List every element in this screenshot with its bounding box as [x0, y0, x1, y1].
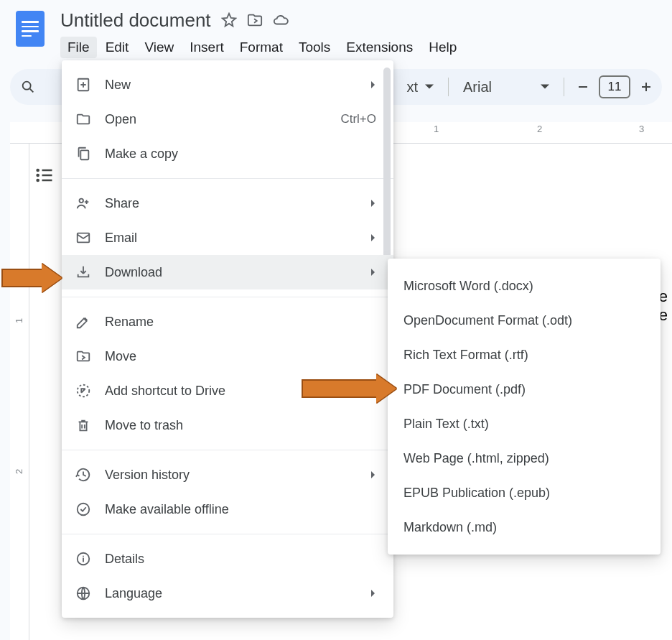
- menubar-item-tools[interactable]: Tools: [291, 37, 337, 58]
- menu-item-label: Details: [105, 552, 376, 567]
- svg-point-1: [36, 169, 39, 172]
- file-menu-item-new[interactable]: New: [62, 68, 393, 102]
- file-menu-item-make-a-copy[interactable]: Make a copy: [62, 136, 393, 171]
- annotation-arrow: [1, 269, 45, 287]
- download-icon: [75, 264, 92, 281]
- menubar-item-file[interactable]: File: [60, 37, 97, 58]
- submenu-arrow-icon: [370, 198, 376, 209]
- file-menu-item-share[interactable]: Share: [62, 186, 393, 221]
- download-submenu: Microsoft Word (.docx)OpenDocument Forma…: [388, 259, 661, 555]
- menu-item-label: Download: [105, 265, 352, 280]
- download-option-microsoft-word-docx[interactable]: Microsoft Word (.docx): [388, 269, 661, 303]
- file-menu-item-move-to-trash[interactable]: Move to trash: [62, 408, 393, 442]
- submenu-arrow-icon: [370, 470, 376, 481]
- svg-point-0: [23, 82, 31, 90]
- title-area: Untitled document FileEditViewInsertForm…: [47, 7, 464, 60]
- ruler-tick-label: 3: [639, 124, 644, 134]
- file-menu-item-open[interactable]: OpenCtrl+O: [62, 102, 393, 136]
- divider: [448, 78, 449, 96]
- outline-icon[interactable]: [32, 162, 57, 188]
- font-size-increase[interactable]: [635, 74, 658, 100]
- svg-point-6: [80, 199, 84, 203]
- new-icon: [75, 76, 92, 93]
- font-family-dropdown[interactable]: Arial: [456, 79, 556, 96]
- move-to-folder-icon[interactable]: [247, 12, 263, 28]
- menubar-item-format[interactable]: Format: [233, 37, 290, 58]
- menu-item-label: Make available offline: [105, 502, 376, 517]
- ruler-tick-label: 1: [434, 124, 439, 134]
- document-title[interactable]: Untitled document: [60, 9, 211, 32]
- shortcut-icon: [75, 382, 92, 399]
- svg-point-3: [36, 179, 39, 182]
- font-label: Arial: [463, 79, 492, 96]
- ruler-tick-label: 2: [537, 124, 542, 134]
- history-icon: [75, 466, 92, 483]
- font-size-decrease[interactable]: [571, 74, 594, 100]
- menubar-item-view[interactable]: View: [137, 37, 181, 58]
- font-size-input[interactable]: 11: [599, 75, 630, 98]
- offline-icon: [75, 501, 92, 518]
- annotation-arrow: [302, 379, 379, 398]
- move-icon: [75, 348, 92, 365]
- rename-icon: [75, 313, 92, 330]
- menu-item-label: Rename: [105, 315, 376, 330]
- download-option-markdown-md[interactable]: Markdown (.md): [388, 510, 661, 544]
- menubar: FileEditViewInsertFormatToolsExtensionsH…: [60, 34, 464, 60]
- menu-item-label: Language: [105, 586, 352, 601]
- file-menu: NewOpenCtrl+OMake a copyShareEmailDownlo…: [62, 60, 393, 618]
- menu-divider: [62, 297, 393, 297]
- submenu-arrow-icon: [370, 80, 376, 91]
- download-option-plain-text-txt[interactable]: Plain Text (.txt): [388, 407, 661, 441]
- file-menu-item-rename[interactable]: Rename: [62, 305, 393, 339]
- menu-item-label: Move to trash: [105, 418, 376, 433]
- menu-item-shortcut: Ctrl+O: [340, 112, 376, 126]
- menu-divider: [62, 450, 393, 450]
- share-icon: [75, 195, 92, 212]
- submenu-arrow-icon: [370, 267, 376, 278]
- menu-item-label: Share: [105, 196, 352, 211]
- download-option-rich-text-format-rtf[interactable]: Rich Text Format (.rtf): [388, 338, 661, 372]
- vruler-label: 2: [14, 469, 24, 474]
- menubar-item-extensions[interactable]: Extensions: [339, 37, 420, 58]
- email-icon: [75, 229, 92, 246]
- chevron-down-icon: [425, 83, 434, 91]
- file-menu-item-download[interactable]: Download: [62, 255, 393, 289]
- menu-item-label: Version history: [105, 468, 352, 483]
- download-option-epub-publication-epub[interactable]: EPUB Publication (.epub): [388, 476, 661, 510]
- file-menu-item-make-available-offline[interactable]: Make available offline: [62, 492, 393, 527]
- vertical-ruler: 1 2: [10, 144, 29, 640]
- divider: [564, 78, 564, 96]
- file-menu-item-details[interactable]: Details: [62, 542, 393, 576]
- submenu-arrow-icon: [370, 233, 376, 244]
- menu-item-label: New: [105, 78, 352, 93]
- menubar-item-edit[interactable]: Edit: [98, 37, 136, 58]
- file-menu-item-email[interactable]: Email: [62, 221, 393, 255]
- file-menu-item-language[interactable]: Language: [62, 576, 393, 611]
- menu-item-label: Move: [105, 349, 376, 364]
- vruler-label: 1: [14, 318, 24, 323]
- header: Untitled document FileEditViewInsertForm…: [0, 0, 672, 60]
- open-icon: [75, 111, 92, 128]
- docs-logo[interactable]: [13, 7, 47, 50]
- star-icon[interactable]: [221, 12, 237, 28]
- search-icon[interactable]: [14, 74, 42, 100]
- text-style-label: xt: [406, 79, 418, 96]
- menubar-item-insert[interactable]: Insert: [182, 37, 231, 58]
- file-menu-item-version-history[interactable]: Version history: [62, 458, 393, 492]
- menu-divider: [62, 534, 393, 534]
- language-icon: [75, 585, 92, 602]
- copy-icon: [75, 145, 92, 162]
- menu-item-label: Email: [105, 231, 352, 246]
- download-option-opendocument-format-odt[interactable]: OpenDocument Format (.odt): [388, 303, 661, 338]
- svg-point-9: [78, 504, 90, 516]
- download-option-web-page-html-zipped[interactable]: Web Page (.html, zipped): [388, 441, 661, 476]
- download-option-pdf-document-pdf[interactable]: PDF Document (.pdf): [388, 372, 661, 407]
- svg-point-2: [36, 174, 39, 177]
- menubar-item-help[interactable]: Help: [421, 37, 464, 58]
- cloud-status-icon[interactable]: [273, 12, 289, 28]
- submenu-arrow-icon: [370, 588, 376, 599]
- chevron-down-icon: [541, 83, 549, 91]
- trash-icon: [75, 417, 92, 434]
- text-style-dropdown[interactable]: xt: [399, 79, 441, 96]
- file-menu-item-move[interactable]: Move: [62, 339, 393, 374]
